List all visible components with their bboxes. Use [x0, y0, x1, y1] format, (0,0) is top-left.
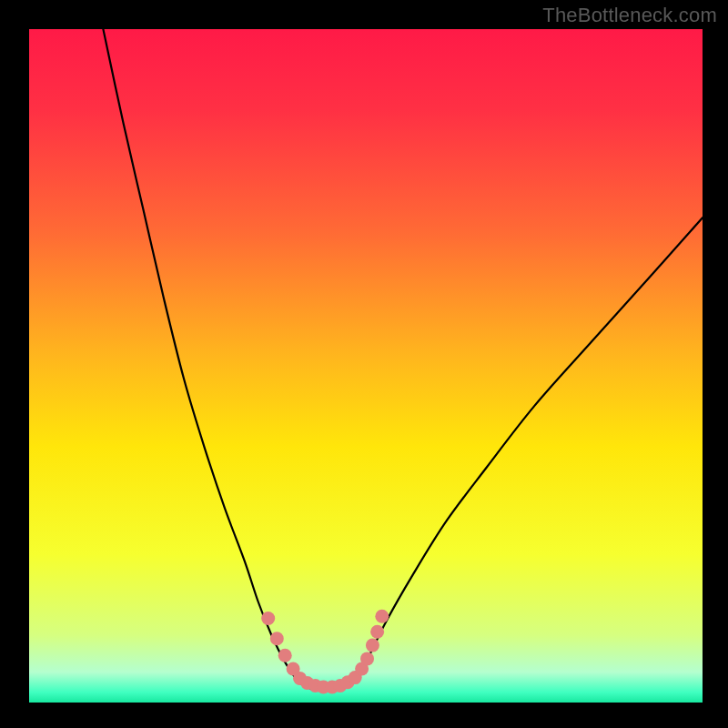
- plot-area: [29, 29, 703, 703]
- watermark-text: TheBottleneck.com: [542, 4, 717, 27]
- highlight-dot: [366, 639, 379, 652]
- highlight-dot: [270, 632, 284, 645]
- highlight-dot: [278, 649, 292, 662]
- highlight-dot: [261, 612, 275, 625]
- highlight-dot: [360, 652, 374, 665]
- chart-canvas: TheBottleneck.com: [0, 0, 728, 728]
- highlight-dot: [370, 625, 384, 639]
- highlight-dot: [375, 610, 389, 623]
- chart-svg: [0, 0, 728, 728]
